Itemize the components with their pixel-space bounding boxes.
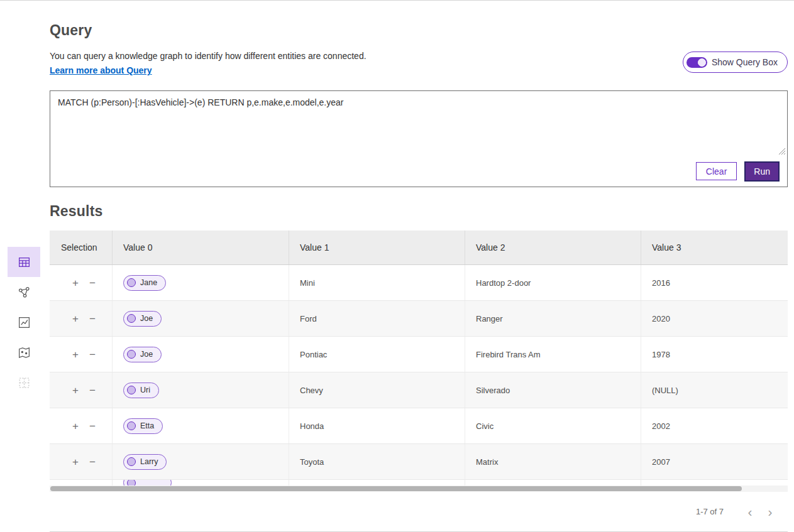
value2-cell: Silverado xyxy=(465,372,641,408)
value3-cell: 2007 xyxy=(641,444,788,479)
pagination-range: 1-7 of 7 xyxy=(696,507,724,516)
selection-cell: +− xyxy=(50,337,112,372)
entity-chip[interactable]: Joe xyxy=(123,347,162,362)
table-view-button[interactable] xyxy=(8,247,40,277)
entity-chip[interactable]: Joe xyxy=(123,311,162,327)
value3-cell: 2020 xyxy=(641,301,788,336)
select-remove-button[interactable]: − xyxy=(88,455,97,469)
entity-label: Joe xyxy=(140,350,153,359)
value2-cell: Firebird Trans Am xyxy=(465,337,641,372)
table-row: +−EttaHondaCivic2002 xyxy=(50,408,788,444)
results-table-body: +−JaneMiniHardtop 2-door2016+−JoeFordRan… xyxy=(50,265,788,480)
value0-cell: Joe xyxy=(112,337,289,372)
entity-chip[interactable] xyxy=(123,480,172,486)
value1-cell: Mini xyxy=(289,265,465,300)
select-add-button[interactable]: + xyxy=(71,384,80,397)
horizontal-scrollbar xyxy=(50,486,788,492)
select-add-button[interactable]: + xyxy=(71,348,80,361)
select-add-button[interactable]: + xyxy=(71,455,80,469)
column-header-value0: Value 0 xyxy=(112,231,289,264)
value3-cell: 2016 xyxy=(641,265,788,300)
selection-cell: +− xyxy=(50,408,112,443)
select-add-button[interactable]: + xyxy=(71,276,80,290)
select-remove-button[interactable]: − xyxy=(88,348,97,361)
value0-cell: Etta xyxy=(112,408,289,443)
query-box: MATCH (p:Person)-[:HasVehicle]->(e) RETU… xyxy=(50,90,788,187)
column-header-value2: Value 2 xyxy=(465,231,641,264)
query-section-title: Query xyxy=(50,22,92,39)
value2-cell: Hardtop 2-door xyxy=(465,265,641,300)
toggle-label: Show Query Box xyxy=(712,57,778,67)
entity-chip[interactable]: Etta xyxy=(123,418,163,434)
query-actions: Clear Run xyxy=(50,156,787,187)
query-page: Query You can query a knowledge graph to… xyxy=(0,0,794,532)
horizontal-scrollbar-thumb[interactable] xyxy=(50,486,742,491)
table-row: +−JaneMiniHardtop 2-door2016 xyxy=(50,265,788,301)
select-remove-button[interactable]: − xyxy=(88,276,97,290)
table-row: +−LarryToyotaMatrix2007 xyxy=(50,444,788,480)
value1-cell: Pontiac xyxy=(289,337,465,372)
layout-icon xyxy=(18,376,31,389)
pagination-prev-button[interactable]: ‹ xyxy=(740,502,760,522)
query-input[interactable]: MATCH (p:Person)-[:HasVehicle]->(e) RETU… xyxy=(50,91,787,156)
map-view-button[interactable] xyxy=(8,337,40,367)
value1-cell: Chevy xyxy=(289,372,465,408)
value0-cell: Jane xyxy=(112,265,289,300)
entity-label: Joe xyxy=(140,314,153,323)
table-row: +−JoePontiacFirebird Trans Am1978 xyxy=(50,337,788,372)
value1-cell: Honda xyxy=(289,408,465,443)
chart-icon xyxy=(18,316,31,329)
chart-view-button[interactable] xyxy=(8,307,40,337)
select-remove-button[interactable]: − xyxy=(88,420,97,433)
learn-more-link[interactable]: Learn more about Query xyxy=(50,65,152,75)
entity-icon xyxy=(127,480,136,486)
view-toolbar xyxy=(8,247,40,398)
column-header-selection: Selection xyxy=(50,231,112,264)
entity-label: Etta xyxy=(140,421,154,430)
value0-cell: Larry xyxy=(112,444,289,479)
selection-cell: +− xyxy=(50,444,112,479)
entity-icon xyxy=(127,314,136,323)
select-remove-button[interactable]: − xyxy=(88,312,97,325)
results-table-header: Selection Value 0 Value 1 Value 2 Value … xyxy=(50,231,788,265)
value2-cell: Ranger xyxy=(465,301,641,336)
entity-chip[interactable]: Larry xyxy=(123,454,167,470)
value3-cell: (NULL) xyxy=(641,372,788,408)
value0-cell: Joe xyxy=(112,301,289,336)
clear-button[interactable]: Clear xyxy=(696,162,737,180)
table-footer: 1-7 of 7 ‹ › xyxy=(50,492,788,532)
value1-cell: Toyota xyxy=(289,444,465,479)
pagination-next-button[interactable]: › xyxy=(760,502,780,522)
value3-cell: 1978 xyxy=(641,337,788,372)
selection-cell: +− xyxy=(50,265,112,300)
entity-icon xyxy=(127,386,136,394)
table-row: +−JoeFordRanger2020 xyxy=(50,301,788,337)
show-query-box-toggle[interactable]: Show Query Box xyxy=(683,52,788,73)
entity-icon xyxy=(127,457,136,466)
table-icon xyxy=(18,256,31,269)
selection-cell: +− xyxy=(50,301,112,336)
value2-cell: Civic xyxy=(465,408,641,443)
entity-label: Uri xyxy=(140,386,150,394)
entity-chip[interactable]: Uri xyxy=(123,383,159,398)
value2-cell: Matrix xyxy=(465,444,641,479)
entity-label: Larry xyxy=(140,457,158,466)
select-remove-button[interactable]: − xyxy=(88,384,97,397)
toggle-switch-icon[interactable] xyxy=(686,57,707,68)
table-row: +−UriChevySilverado(NULL) xyxy=(50,372,788,408)
value0-cell: Uri xyxy=(112,372,289,408)
link-chart-view-button[interactable] xyxy=(8,277,40,307)
table-row-partial xyxy=(50,480,788,486)
results-table: Selection Value 0 Value 1 Value 2 Value … xyxy=(50,231,788,532)
column-header-value3: Value 3 xyxy=(641,231,788,264)
entity-label: Jane xyxy=(140,278,157,287)
entity-icon xyxy=(127,350,136,359)
query-description: You can query a knowledge graph to ident… xyxy=(50,51,367,61)
entity-chip[interactable]: Jane xyxy=(123,275,166,291)
entity-icon xyxy=(127,421,136,430)
map-icon xyxy=(18,346,31,359)
run-button[interactable]: Run xyxy=(745,162,779,181)
select-add-button[interactable]: + xyxy=(71,420,80,433)
select-add-button[interactable]: + xyxy=(71,312,80,325)
link-chart-icon xyxy=(18,286,31,299)
